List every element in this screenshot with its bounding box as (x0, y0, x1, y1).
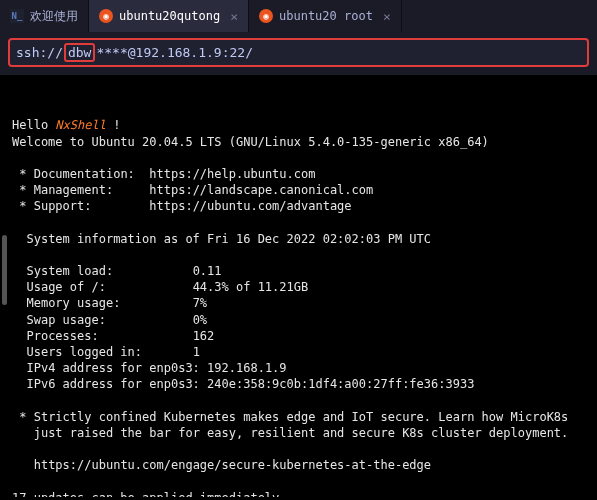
address-suffix: ****@192.168.1.9:22/ (96, 45, 253, 60)
stat-swap-value: 0% (193, 313, 207, 327)
close-icon[interactable]: × (230, 9, 238, 24)
close-icon[interactable]: × (383, 9, 391, 24)
microk8s-line-2: just raised the bar for easy, resilient … (12, 426, 568, 440)
supp-url: https://ubuntu.com/advantage (149, 199, 351, 213)
tab-welcome[interactable]: N_ 欢迎使用 (0, 0, 89, 32)
stat-users-value: 1 (193, 345, 200, 359)
tab-bar: N_ 欢迎使用 ◉ ubuntu20qutong × ◉ ubuntu20 ro… (0, 0, 597, 32)
address-username-highlight: dbw (64, 43, 95, 62)
welcome-line: Welcome to Ubuntu 20.04.5 LTS (GNU/Linux… (12, 135, 489, 149)
tab-ubuntu20qutong[interactable]: ◉ ubuntu20qutong × (89, 0, 249, 32)
stat-mem-label: Memory usage: (12, 296, 193, 310)
address-prefix: ssh:// (16, 45, 63, 60)
doc-label: * Documentation: (12, 167, 149, 181)
stat-proc-label: Processes: (12, 329, 193, 343)
app-icon: N_ (10, 9, 24, 23)
address-bar[interactable]: ssh:// dbw ****@192.168.1.9:22/ (8, 38, 589, 67)
address-bar-container: ssh:// dbw ****@192.168.1.9:22/ (0, 32, 597, 75)
stat-users-label: Users logged in: (12, 345, 193, 359)
stat-ipv4-label: IPv4 address for enp0s3: (12, 361, 207, 375)
terminal-output[interactable]: Hello NxShell ! Welcome to Ubuntu 20.04.… (0, 75, 597, 497)
stat-ipv6-label: IPv6 address for enp0s3: (12, 377, 207, 391)
scrollbar[interactable] (2, 235, 7, 305)
supp-label: * Support: (12, 199, 149, 213)
microk8s-line-1: * Strictly confined Kubernetes makes edg… (12, 410, 568, 424)
tab-ubuntu20-root[interactable]: ◉ ubuntu20 root × (249, 0, 402, 32)
hello-prefix: Hello (12, 118, 55, 132)
sysinfo-header: System information as of Fri 16 Dec 2022… (12, 232, 431, 246)
stat-disk-label: Usage of /: (12, 280, 193, 294)
tab-label: ubuntu20qutong (119, 9, 220, 23)
brand-name: NxShell (55, 118, 106, 132)
microk8s-url: https://ubuntu.com/engage/secure-kuberne… (12, 458, 431, 472)
ubuntu-icon: ◉ (99, 9, 113, 23)
tab-label: ubuntu20 root (279, 9, 373, 23)
stat-ipv4-value: 192.168.1.9 (207, 361, 286, 375)
ubuntu-icon: ◉ (259, 9, 273, 23)
stat-ipv6-value: 240e:358:9c0b:1df4:a00:27ff:fe36:3933 (207, 377, 474, 391)
stat-proc-value: 162 (193, 329, 215, 343)
stat-load-label: System load: (12, 264, 193, 278)
updates-line-1: 17 updates can be applied immediately. (12, 491, 287, 497)
stat-disk-value: 44.3% of 11.21GB (193, 280, 309, 294)
stat-load-value: 0.11 (193, 264, 222, 278)
hello-suffix: ! (106, 118, 120, 132)
tab-label: 欢迎使用 (30, 8, 78, 25)
mgmt-url: https://landscape.canonical.com (149, 183, 373, 197)
mgmt-label: * Management: (12, 183, 149, 197)
doc-url: https://help.ubuntu.com (149, 167, 315, 181)
stat-mem-value: 7% (193, 296, 207, 310)
stat-swap-label: Swap usage: (12, 313, 193, 327)
